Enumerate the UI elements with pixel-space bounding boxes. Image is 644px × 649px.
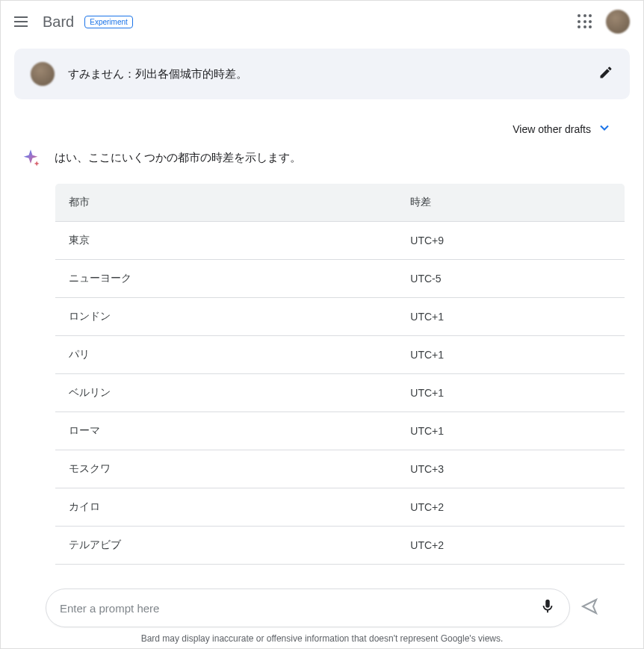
prompt-input[interactable] <box>60 602 539 615</box>
cell-city: モスクワ <box>55 450 397 488</box>
user-prompt-text: すみません：列出各個城市的時差。 <box>68 67 585 81</box>
response-intro: はい、ここにいくつかの都市の時差を示します。 <box>55 148 625 165</box>
cell-city: 東京 <box>55 222 397 260</box>
user-prompt-section: すみません：列出各個城市的時差。 <box>14 49 630 99</box>
cell-tz: UTC+2 <box>397 527 625 565</box>
table-row: ローマUTC+1 <box>55 412 625 450</box>
response-content: はい、ここにいくつかの都市の時差を示します。 都市 時差 東京UTC+9ニューヨ… <box>55 148 625 578</box>
response-body: はい、ここにいくつかの都市の時差を示します。 都市 時差 東京UTC+9ニューヨ… <box>19 143 625 578</box>
cell-tz: UTC-5 <box>397 260 625 298</box>
cell-city: ニューデリー <box>55 565 397 579</box>
table-row: ベルリンUTC+1 <box>55 374 625 412</box>
table-row: ニューヨークUTC-5 <box>55 260 625 298</box>
table-row: テルアビブUTC+2 <box>55 527 625 565</box>
menu-icon[interactable] <box>14 13 32 31</box>
cell-city: パリ <box>55 336 397 374</box>
cell-tz: UTC+1 <box>397 374 625 412</box>
response-section: View other drafts <box>14 114 630 578</box>
drafts-label: View other drafts <box>513 123 591 135</box>
cell-tz: UTC+1 <box>397 412 625 450</box>
disclaimer-text: Bard may display inaccurate or offensive… <box>46 627 598 644</box>
cell-city: ロンドン <box>55 298 397 336</box>
table-row: ロンドンUTC+1 <box>55 298 625 336</box>
cell-tz: UTC+1 <box>397 336 625 374</box>
input-row <box>46 589 598 627</box>
edit-icon[interactable] <box>598 65 613 83</box>
cell-tz: UTC+3 <box>397 450 625 488</box>
cell-city: ローマ <box>55 412 397 450</box>
prompt-input-box[interactable] <box>46 589 570 627</box>
table-row: 東京UTC+9 <box>55 222 625 260</box>
timezone-table: 都市 時差 東京UTC+9ニューヨークUTC-5ロンドンUTC+1パリUTC+1… <box>55 183 625 578</box>
brand-name: Bard <box>43 13 74 31</box>
table-row: ニューデリーUTC+5.30 <box>55 565 625 579</box>
cell-city: ベルリン <box>55 374 397 412</box>
content-scroll[interactable]: すみません：列出各個城市的時差。 View other drafts <box>1 43 643 578</box>
cell-tz: UTC+2 <box>397 488 625 527</box>
cell-city: カイロ <box>55 488 397 527</box>
header-right <box>576 10 630 34</box>
avatar[interactable] <box>606 10 630 34</box>
experiment-badge: Experiment <box>84 16 133 28</box>
table-header-city: 都市 <box>55 184 397 222</box>
table-row: パリUTC+1 <box>55 336 625 374</box>
table-row: モスクワUTC+3 <box>55 450 625 488</box>
sparkle-icon <box>20 148 41 169</box>
cell-city: ニューヨーク <box>55 260 397 298</box>
app-header: Bard Experiment <box>1 1 643 43</box>
chevron-down-icon <box>597 120 612 137</box>
apps-grid-icon[interactable] <box>576 13 594 31</box>
user-avatar <box>31 62 55 86</box>
table-header-tz: 時差 <box>397 184 625 222</box>
footer: Bard may display inaccurate or offensive… <box>1 578 643 648</box>
cell-tz: UTC+1 <box>397 298 625 336</box>
table-row: カイロUTC+2 <box>55 488 625 527</box>
view-drafts-button[interactable]: View other drafts <box>19 114 625 143</box>
cell-tz: UTC+9 <box>397 222 625 260</box>
mic-icon[interactable] <box>539 598 556 618</box>
svg-point-0 <box>595 600 596 601</box>
cell-tz: UTC+5.30 <box>397 565 625 579</box>
header-left: Bard Experiment <box>14 13 133 31</box>
send-icon[interactable] <box>580 597 598 618</box>
cell-city: テルアビブ <box>55 527 397 565</box>
